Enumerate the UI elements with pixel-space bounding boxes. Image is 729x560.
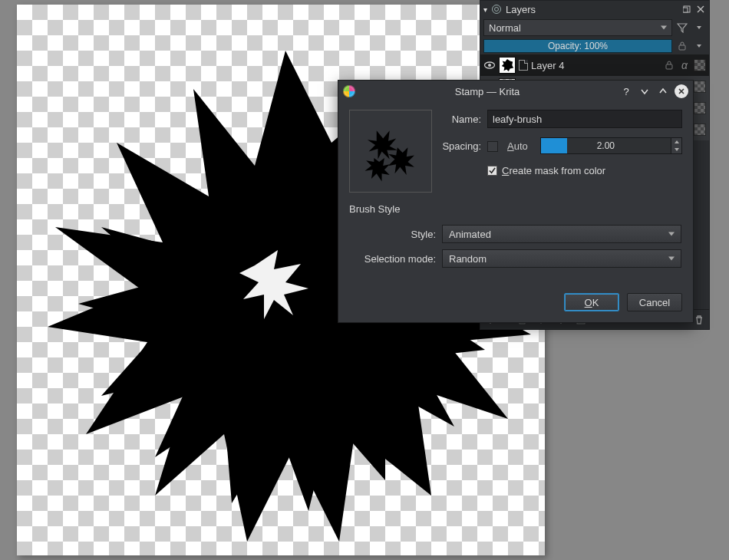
brush-style-group-title: Brush Style: [349, 203, 682, 215]
style-label: Style:: [350, 229, 436, 240]
stamp-dialog: Stamp — Krita ? Name:: [338, 80, 694, 323]
spacing-value: 2.00: [597, 140, 615, 151]
spacing-label: Spacing:: [440, 140, 481, 152]
layers-titlebar[interactable]: ▾ Layers: [480, 1, 709, 18]
ok-button[interactable]: OK: [564, 293, 619, 311]
layer-lock-menu[interactable]: [692, 38, 706, 54]
expand-button[interactable]: [656, 84, 670, 98]
visibility-toggle[interactable]: [480, 59, 499, 71]
spacing-spin-down[interactable]: [671, 146, 681, 153]
alpha-icon[interactable]: α: [678, 59, 691, 71]
layer-filter-button[interactable]: [675, 19, 689, 36]
layer-name[interactable]: Layer 4: [531, 60, 663, 71]
blend-mode-value: Normal: [489, 22, 521, 34]
delete-layer-button[interactable]: [692, 313, 706, 327]
layer-filter-menu[interactable]: [692, 19, 706, 36]
help-button[interactable]: ?: [619, 84, 633, 98]
create-mask-checkbox[interactable]: [487, 166, 497, 176]
style-select[interactable]: Animated: [442, 225, 681, 243]
layers-title: Layers: [504, 4, 678, 15]
dialog-title: Stamp — Krita: [360, 86, 615, 97]
lock-icon[interactable]: [663, 59, 675, 71]
collapse-chevron-icon[interactable]: ▾: [483, 5, 487, 14]
float-docker-button[interactable]: [681, 4, 692, 15]
spacing-spin-up[interactable]: [671, 138, 681, 146]
alpha-checker-icon[interactable]: [694, 81, 706, 93]
auto-spacing-checkbox[interactable]: [487, 141, 498, 152]
collapse-button[interactable]: [638, 84, 651, 98]
layer-opacity-label: Opacity: 100%: [548, 41, 608, 51]
alpha-checker-icon[interactable]: [694, 124, 706, 136]
layer-lock-button[interactable]: [675, 39, 689, 53]
layer-row[interactable]: Layer 4 α: [480, 54, 709, 76]
krita-logo-icon: [343, 85, 355, 97]
blend-mode-select[interactable]: Normal: [483, 19, 672, 36]
alpha-checker-icon[interactable]: [694, 59, 706, 71]
style-value: Animated: [449, 229, 491, 240]
svg-rect-1: [683, 8, 688, 12]
name-label: Name:: [440, 114, 481, 125]
close-button[interactable]: [675, 84, 688, 98]
spacing-spin[interactable]: [671, 137, 682, 154]
svg-rect-2: [679, 45, 685, 50]
selection-mode-value: Random: [449, 253, 487, 265]
layer-thumbnail: [499, 57, 516, 74]
create-mask-label: Create mask from color: [502, 165, 605, 176]
brush-preview: [349, 110, 432, 193]
layer-type-icon: [519, 60, 528, 71]
close-docker-button[interactable]: [695, 4, 706, 15]
dialog-titlebar[interactable]: Stamp — Krita ?: [338, 81, 693, 102]
docker-icon: [492, 5, 501, 14]
cancel-button[interactable]: Cancel: [627, 293, 682, 311]
auto-spacing-label: Auto: [507, 140, 528, 152]
selection-mode-label: Selection mode:: [350, 253, 436, 265]
alpha-checker-icon[interactable]: [694, 102, 706, 114]
spacing-slider[interactable]: 2.00: [540, 137, 671, 154]
name-input[interactable]: [487, 110, 682, 128]
svg-rect-5: [666, 64, 672, 69]
svg-point-4: [488, 64, 491, 67]
layer-opacity-slider[interactable]: Opacity: 100%: [483, 39, 672, 53]
selection-mode-select[interactable]: Random: [442, 249, 681, 268]
